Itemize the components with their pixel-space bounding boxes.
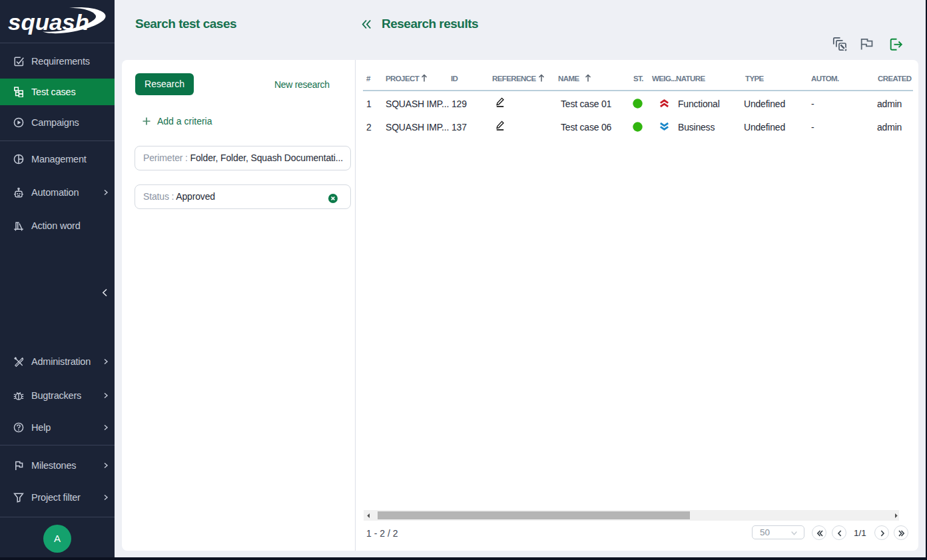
svg-text:squash: squash: [8, 9, 89, 35]
